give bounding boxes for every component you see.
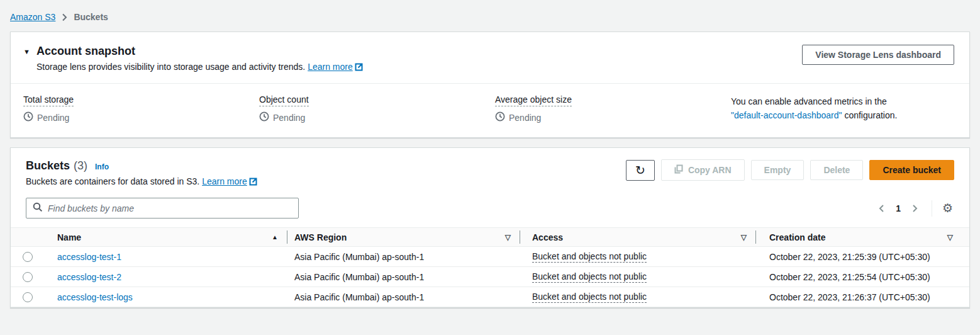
copy-arn-label: Copy ARN	[688, 165, 732, 175]
buckets-description: Buckets are containers for data stored i…	[26, 176, 199, 186]
breadcrumb: Amazon S3 Buckets	[0, 0, 980, 31]
row-radio-button[interactable]	[23, 272, 33, 282]
copy-icon	[674, 164, 683, 176]
view-storage-lens-dashboard-button[interactable]: View Storage Lens dashboard	[802, 45, 954, 65]
default-account-dashboard-link[interactable]: "default-account-dashboard"	[731, 110, 842, 120]
pager-divider	[932, 200, 932, 217]
account-snapshot-title: Account snapshot	[36, 45, 135, 58]
metric-object-count: Object count Pending	[259, 94, 495, 123]
next-page-button[interactable]	[907, 202, 923, 215]
bucket-creation-date: October 22, 2023, 21:25:54 (UTC+05:30)	[769, 272, 930, 282]
bucket-search-box	[26, 198, 299, 219]
external-link-icon	[355, 63, 363, 73]
column-label-region: AWS Region	[294, 232, 347, 242]
create-bucket-button[interactable]: Create bucket	[869, 160, 954, 180]
buckets-learn-more-link[interactable]: Learn more	[202, 176, 247, 186]
bucket-region: Asia Pacific (Mumbai) ap-south-1	[294, 272, 424, 282]
filter-icon[interactable]: ▽	[947, 233, 953, 242]
pending-clock-icon	[23, 111, 33, 123]
bucket-name-link[interactable]: accesslog-test-1	[57, 252, 121, 262]
table-row: accesslog-test-1 Asia Pacific (Mumbai) a…	[11, 247, 969, 267]
row-radio-button[interactable]	[23, 292, 33, 302]
bucket-creation-date: October 22, 2023, 21:25:39 (UTC+05:30)	[769, 252, 930, 262]
filter-icon[interactable]: ▽	[505, 233, 511, 242]
metric-label[interactable]: Average object size	[495, 94, 572, 106]
preferences-gear-button[interactable]: ⚙	[941, 201, 954, 215]
breadcrumb-amazon-s3-link[interactable]: Amazon S3	[10, 12, 55, 22]
sort-ascending-icon[interactable]: ▲	[272, 234, 278, 241]
select-all-header-cell	[11, 228, 45, 246]
bucket-name-link[interactable]: accesslog-test-logs	[57, 292, 133, 302]
bucket-region: Asia Pacific (Mumbai) ap-south-1	[294, 252, 424, 262]
filter-icon[interactable]: ▽	[741, 233, 747, 242]
column-label-access: Access	[532, 232, 563, 242]
current-page-number[interactable]: 1	[892, 203, 905, 213]
collapse-caret-icon[interactable]: ▼	[23, 48, 30, 55]
buckets-table: Name ▲ AWS Region ▽ Access ▽ Creation da…	[11, 227, 969, 307]
account-snapshot-learn-more-link[interactable]: Learn more	[308, 62, 353, 72]
bucket-creation-date: October 22, 2023, 21:26:37 (UTC+05:30)	[769, 292, 930, 302]
buckets-title: Buckets	[26, 159, 70, 173]
refresh-icon: ↻	[635, 164, 645, 176]
buckets-actions: ↻ Copy ARN Empty Delete Create bucket	[626, 159, 954, 181]
column-header-access[interactable]: Access ▽	[520, 228, 755, 246]
breadcrumb-chevron-icon	[62, 13, 67, 21]
external-link-icon	[249, 178, 257, 188]
search-icon	[33, 202, 43, 214]
bucket-access[interactable]: Bucket and objects not public	[532, 271, 647, 283]
buckets-heading: Buckets (3) Info Buckets are containers …	[26, 159, 257, 188]
buckets-info-link[interactable]: Info	[95, 162, 109, 171]
account-snapshot-heading: ▼ Account snapshot Storage lens provides…	[23, 45, 363, 73]
metric-value: Pending	[273, 113, 305, 123]
column-header-name[interactable]: Name ▲	[45, 228, 287, 246]
bucket-name-link[interactable]: accesslog-test-2	[57, 272, 121, 282]
metric-label[interactable]: Total storage	[23, 94, 74, 106]
gear-icon: ⚙	[942, 202, 953, 215]
table-header-row: Name ▲ AWS Region ▽ Access ▽ Creation da…	[11, 227, 969, 247]
refresh-button[interactable]: ↻	[626, 160, 655, 181]
buckets-card: Buckets (3) Info Buckets are containers …	[10, 147, 970, 308]
pagination: 1 ⚙	[874, 200, 954, 217]
metric-total-storage: Total storage Pending	[23, 94, 259, 123]
column-label-name: Name	[57, 232, 81, 242]
metric-label[interactable]: Object count	[259, 94, 309, 106]
metric-average-object-size: Average object size Pending	[495, 94, 731, 123]
breadcrumb-current: Buckets	[74, 12, 108, 22]
bucket-region: Asia Pacific (Mumbai) ap-south-1	[294, 292, 424, 302]
delete-button[interactable]: Delete	[810, 160, 863, 180]
column-header-region[interactable]: AWS Region ▽	[287, 228, 520, 246]
metric-value: Pending	[509, 113, 541, 123]
column-header-creation-date[interactable]: Creation date ▽	[755, 228, 969, 246]
empty-button[interactable]: Empty	[751, 160, 805, 180]
buckets-count: (3)	[74, 159, 87, 173]
advanced-metrics-text-2: configuration.	[842, 110, 898, 120]
copy-arn-button[interactable]: Copy ARN	[661, 159, 745, 181]
previous-page-button[interactable]	[874, 202, 889, 215]
account-snapshot-description: Storage lens provides visibility into st…	[36, 62, 305, 72]
account-snapshot-card: ▼ Account snapshot Storage lens provides…	[10, 31, 970, 138]
table-row: accesslog-test-logs Asia Pacific (Mumbai…	[11, 287, 969, 307]
metric-value: Pending	[37, 113, 69, 123]
column-label-creation-date: Creation date	[769, 232, 825, 242]
snapshot-metrics: Total storage Pending Object count Pendi…	[11, 84, 969, 137]
row-radio-button[interactable]	[23, 252, 33, 262]
table-row: accesslog-test-2 Asia Pacific (Mumbai) a…	[11, 267, 969, 287]
search-input[interactable]	[48, 203, 292, 213]
bucket-access[interactable]: Bucket and objects not public	[532, 292, 647, 303]
pending-clock-icon	[495, 111, 505, 123]
pending-clock-icon	[259, 111, 269, 123]
advanced-metrics-note: You can enable advanced metrics in the "…	[731, 94, 954, 123]
bucket-access[interactable]: Bucket and objects not public	[532, 251, 647, 263]
advanced-metrics-text: You can enable advanced metrics in the	[731, 96, 887, 106]
